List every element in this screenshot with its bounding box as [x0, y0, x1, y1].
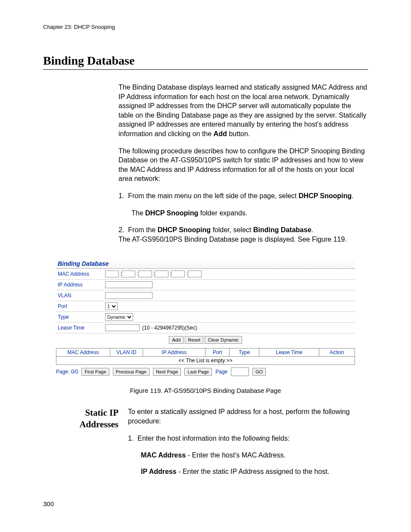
- step2-num: 2.: [118, 226, 124, 233]
- static-intro: To enter a statically assigned IP addres…: [128, 407, 368, 426]
- th-ip: IP Address: [143, 348, 206, 357]
- mac-octet-1[interactable]: [105, 271, 119, 277]
- step-1-result: The DHCP Snooping folder expands.: [131, 208, 368, 218]
- field-ip: IP Address - Enter the static IP Address…: [141, 467, 368, 476]
- ip-input[interactable]: [105, 281, 153, 288]
- figure-title: Binding Database: [56, 259, 355, 269]
- reset-button[interactable]: Reset: [185, 336, 203, 344]
- label-ip: IP Address: [56, 282, 105, 288]
- intro-paragraph-2: The following procedure describes how to…: [118, 146, 368, 184]
- intro-paragraph-1: The Binding Database displays learned an…: [118, 83, 368, 139]
- mac-octet-2[interactable]: [121, 271, 135, 277]
- static-ip-heading: Static IP Addresses: [43, 407, 128, 483]
- static-step1-num: 1.: [128, 435, 134, 442]
- mac-octet-6[interactable]: [188, 271, 202, 277]
- th-action: Action: [319, 348, 355, 357]
- lease-input[interactable]: [105, 324, 140, 331]
- first-page-button[interactable]: First Page: [81, 368, 109, 376]
- page-number: 300: [43, 500, 368, 507]
- add-button[interactable]: Add: [169, 336, 184, 344]
- static-heading-l2: Addresses: [79, 419, 118, 429]
- pager-page-label: Page: [215, 369, 227, 375]
- th-type: Type: [229, 348, 259, 357]
- step1-num: 1.: [118, 192, 124, 199]
- static-step1: 1. Enter the host information into the f…: [128, 434, 368, 443]
- step-2: 2. From the DHCP Snooping folder, select…: [118, 225, 368, 244]
- chapter-header: Chapter 23: DHCP Snooping: [43, 24, 368, 30]
- last-page-button[interactable]: Last Page: [184, 368, 212, 376]
- label-port: Port: [56, 303, 105, 309]
- field-ip-bold: IP Address: [141, 468, 177, 475]
- th-lease: Lease Time: [259, 348, 319, 357]
- para1-tail: button.: [227, 130, 250, 137]
- label-mac: MAC Address: [56, 271, 105, 277]
- mac-octet-4[interactable]: [155, 271, 168, 277]
- port-select[interactable]: 1: [105, 302, 118, 310]
- step1-tail: .: [352, 192, 353, 199]
- section-title: Binding Database: [43, 54, 368, 70]
- pager-status: Page: 0/0: [56, 369, 78, 375]
- step1b-post: folder expands.: [198, 209, 247, 217]
- mac-octet-3[interactable]: [138, 271, 152, 277]
- add-bold: Add: [214, 130, 227, 137]
- clear-dynamic-button[interactable]: Clear Dynamic: [205, 336, 242, 344]
- field-mac: MAC Address - Enter the host's MAC Addre…: [141, 451, 368, 460]
- label-type: Type: [56, 314, 105, 320]
- th-port: Port: [206, 348, 229, 357]
- label-vlan: VLAN: [56, 292, 105, 299]
- table-empty: << The List is empty >>: [56, 357, 355, 365]
- page-number-input[interactable]: [231, 367, 249, 376]
- vlan-input[interactable]: [105, 292, 153, 299]
- lease-hint: (10 - 4294967295)(Sec): [142, 325, 197, 331]
- step2-a: From the: [128, 226, 157, 233]
- go-button[interactable]: GO: [252, 368, 266, 376]
- step2-tail: .: [311, 226, 313, 233]
- step1-bold: DHCP Snooping: [299, 192, 352, 199]
- step1b-pre: The: [131, 209, 145, 217]
- label-lease: Lease Time: [56, 325, 105, 331]
- static-heading-l1: Static IP: [85, 408, 118, 418]
- figure-caption: Figure 119. AT-GS950/10PS Binding Databa…: [56, 387, 355, 394]
- para1-text: The Binding Database displays learned an…: [118, 84, 367, 137]
- step2-bold1: DHCP Snooping: [158, 226, 211, 233]
- th-mac: MAC Address: [56, 348, 110, 357]
- static-step1-text: Enter the host information into the foll…: [137, 435, 290, 442]
- step-1: 1. From the main menu on the left side o…: [118, 191, 368, 201]
- th-vlan: VLAN ID: [110, 348, 143, 357]
- step2-mid: folder, select: [211, 226, 253, 233]
- previous-page-button[interactable]: Previous Page: [113, 368, 150, 376]
- step2-bold2: Binding Database: [253, 226, 311, 233]
- step1-text: From the main menu on the left side of t…: [128, 192, 299, 199]
- next-page-button[interactable]: Next Page: [153, 368, 181, 376]
- step2-b: The AT-GS950/10PS Binding Database page …: [118, 235, 368, 244]
- step1b-bold: DHCP Snooping: [145, 209, 198, 217]
- figure-119: Binding Database MAC Address : : : : : I…: [56, 259, 355, 394]
- field-mac-bold: MAC Address: [141, 451, 186, 459]
- field-mac-rest: - Enter the host's MAC Address.: [186, 451, 286, 459]
- field-ip-rest: - Enter the static IP Address assigned t…: [177, 468, 330, 475]
- type-select[interactable]: Dynamic: [105, 313, 133, 321]
- mac-octet-5[interactable]: [171, 271, 185, 277]
- binding-table: MAC Address VLAN ID IP Address Port Type…: [56, 348, 355, 365]
